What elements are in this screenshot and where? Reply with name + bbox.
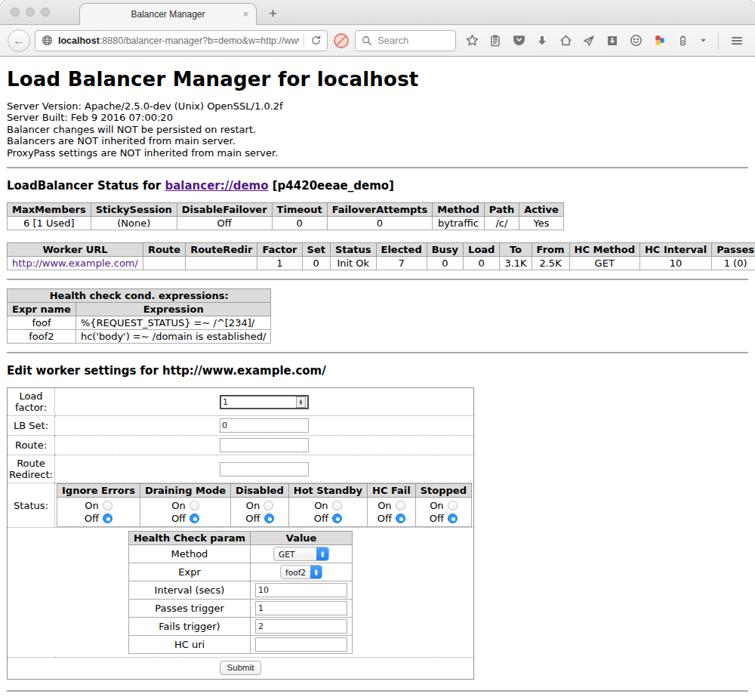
column-header: FailoverAttempts — [327, 203, 433, 217]
globe-icon — [40, 34, 54, 48]
downloads-icon[interactable] — [535, 34, 549, 48]
column-header: StickySession — [91, 203, 177, 217]
cell: 7 — [376, 257, 427, 270]
reading-list-icon[interactable] — [488, 34, 502, 48]
fails-input[interactable] — [258, 621, 344, 631]
hc-uri-field[interactable] — [255, 637, 347, 652]
radio-hot-standby-on[interactable] — [332, 501, 342, 510]
hc-uri-label: HC uri — [128, 636, 250, 654]
passes-field[interactable] — [255, 601, 347, 615]
persist-note-line: Balancer changes will NOT be persisted o… — [7, 124, 748, 135]
load-factor-label: Load factor: — [8, 388, 55, 416]
battery-icon[interactable] — [676, 34, 689, 48]
hc-row-fails: Fails trigger) — [128, 618, 352, 636]
url-text[interactable]: localhost:8880/balancer-manager?b=demo&w… — [58, 35, 299, 46]
radio-ignore-errors-on[interactable] — [103, 501, 112, 510]
search-input[interactable] — [378, 35, 445, 46]
expr-select[interactable]: foof2 ▲▼ — [280, 565, 322, 579]
column-header: Busy — [427, 243, 463, 257]
number-stepper-icon[interactable]: ▲▼ — [296, 396, 306, 408]
interval-field[interactable] — [255, 583, 347, 597]
radio-ignore-errors-off[interactable] — [103, 513, 112, 523]
interval-input[interactable] — [258, 585, 344, 595]
radio-stopped-on[interactable] — [448, 501, 458, 510]
load-factor-field[interactable]: ▲▼ — [220, 395, 309, 409]
table-header-row: Expr name Expression — [8, 303, 271, 316]
radio-draining-mode-off[interactable] — [190, 513, 199, 523]
hc-row-hc-uri: HC uri — [128, 636, 352, 654]
search-bar[interactable] — [355, 30, 456, 51]
browser-window: Balancer Manager × + ← localhost:8880/ba… — [0, 0, 755, 700]
cell: 0 — [464, 257, 500, 270]
edit-worker-heading: Edit worker settings for http://www.exam… — [7, 364, 748, 378]
minimize-window-button[interactable] — [26, 8, 35, 17]
column-header: Ignore Errors — [57, 484, 140, 498]
load-factor-input[interactable] — [223, 397, 296, 407]
fails-field[interactable] — [255, 619, 347, 634]
table-row: foof %{REQUEST_STATUS} =~ /^[234]/ — [8, 316, 271, 330]
close-window-button[interactable] — [11, 8, 20, 17]
tab-balancer-manager[interactable]: Balancer Manager × — [79, 3, 257, 25]
menu-hamburger-icon[interactable] — [730, 34, 744, 48]
table-title-row: Health check cond. expressions: — [8, 289, 271, 303]
toolbar-icons — [465, 32, 755, 49]
radio-disabled-off[interactable] — [264, 513, 274, 523]
radio-disabled-on[interactable] — [263, 501, 273, 510]
new-tab-button[interactable]: + — [269, 6, 277, 20]
url-path: :8880/balancer-manager?b=demo&w=http://w… — [100, 35, 299, 46]
radio-draining-mode-on[interactable] — [190, 501, 199, 510]
worker-url-link[interactable]: http://www.example.com/ — [12, 257, 138, 269]
divider — [7, 352, 748, 353]
cell: 0 — [272, 217, 327, 230]
column-header: Worker URL — [8, 243, 143, 257]
lb-set-field[interactable] — [220, 418, 309, 433]
caret-down-icon[interactable] — [699, 34, 707, 48]
maximize-window-button[interactable] — [41, 8, 50, 17]
tab-close-icon[interactable]: × — [243, 10, 248, 19]
on-label: On — [85, 499, 98, 512]
route-field[interactable] — [220, 438, 309, 452]
status-label: Status: — [8, 483, 55, 528]
chat-smiley-icon[interactable] — [629, 34, 643, 48]
passes-input[interactable] — [258, 603, 344, 613]
lb-set-label: LB Set: — [8, 416, 55, 436]
radio-hc-fail-off[interactable] — [396, 513, 405, 523]
expr-select-value: foof2 — [281, 568, 310, 577]
reload-icon[interactable] — [309, 34, 322, 48]
form-row-status: Status: Ignore Errors Draining Mode Disa… — [8, 483, 474, 528]
route-redirect-input[interactable] — [222, 464, 307, 474]
bookmark-star-icon[interactable] — [465, 34, 479, 48]
lb-set-input[interactable] — [222, 421, 307, 430]
balancer-demo-link[interactable]: balancer://demo — [165, 179, 268, 193]
hc-uri-input[interactable] — [258, 640, 344, 649]
route-input[interactable] — [222, 440, 307, 450]
cell: 10 — [639, 257, 711, 270]
column-header: Path — [484, 203, 519, 217]
submit-button[interactable]: Submit — [220, 661, 262, 675]
form-row-route: Route: — [8, 436, 474, 455]
back-button[interactable]: ← — [8, 29, 30, 52]
method-select[interactable]: GET ▲▼ — [273, 547, 329, 561]
pocket-icon[interactable] — [512, 34, 525, 48]
column-header: HC Method — [569, 243, 639, 257]
expr-label: Expr — [128, 563, 250, 581]
lb-status-prefix: LoadBalancer Status for — [7, 179, 165, 193]
adblock-icon[interactable] — [334, 33, 349, 48]
column-header: HC Interval — [639, 243, 711, 257]
save-page-icon[interactable] — [606, 34, 619, 48]
window-controls — [11, 8, 50, 17]
radio-stopped-off[interactable] — [448, 513, 458, 523]
method-label: Method — [128, 545, 250, 563]
search-icon — [360, 34, 374, 48]
home-icon[interactable] — [559, 34, 572, 48]
radio-hc-fail-on[interactable] — [396, 501, 405, 510]
status-radio-row: On Off On Off On Off — [57, 498, 472, 527]
radio-hot-standby-off[interactable] — [332, 513, 342, 523]
url-bar[interactable]: localhost:8880/balancer-manager?b=demo&w… — [35, 30, 328, 51]
extension-dots-icon[interactable] — [652, 34, 666, 48]
send-icon[interactable] — [582, 34, 596, 48]
cell: GET — [569, 257, 639, 270]
route-redirect-field[interactable] — [220, 462, 309, 476]
worker-row: http://www.example.com/ 1 0 Init Ok 7 0 … — [8, 257, 755, 270]
select-stepper-icon: ▲▼ — [316, 547, 328, 561]
